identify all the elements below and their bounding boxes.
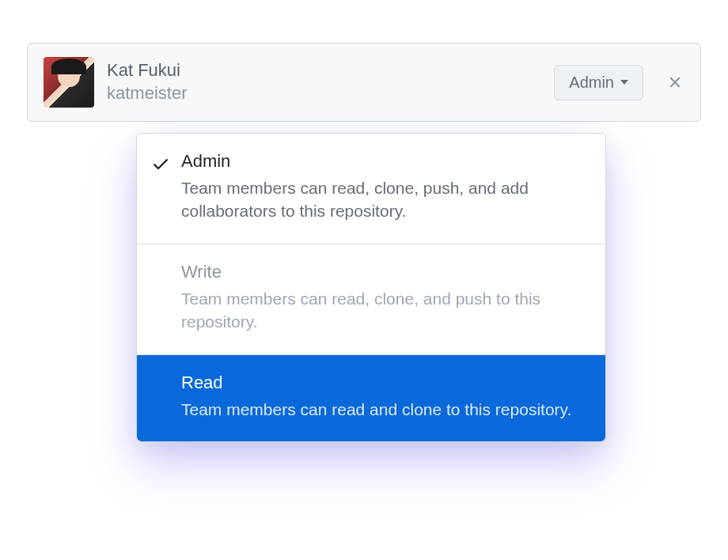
- check-icon: [151, 154, 170, 173]
- dropdown-option-read[interactable]: Read Team members can read and clone to …: [137, 354, 605, 441]
- user-display-name: Kat Fukui: [107, 59, 554, 82]
- user-username: katmeister: [107, 82, 554, 105]
- avatar[interactable]: [44, 57, 94, 108]
- dropdown-option-title: Read: [181, 373, 585, 393]
- dropdown-option-description: Team members can read and clone to this …: [181, 398, 585, 421]
- user-row: Kat Fukui katmeister Admin: [27, 43, 701, 122]
- user-info: Kat Fukui katmeister: [107, 59, 554, 104]
- dropdown-option-description: Team members can read, clone, and push t…: [181, 287, 585, 334]
- dropdown-option-description: Team members can read, clone, push, and …: [181, 176, 585, 223]
- close-icon: [666, 74, 684, 91]
- chevron-down-icon: [620, 80, 628, 85]
- dropdown-option-write[interactable]: Write Team members can read, clone, and …: [137, 244, 605, 354]
- role-select-button[interactable]: Admin: [554, 65, 643, 100]
- remove-user-button[interactable]: [665, 73, 684, 92]
- dropdown-option-title: Admin: [181, 151, 585, 172]
- dropdown-option-admin[interactable]: Admin Team members can read, clone, push…: [137, 134, 605, 244]
- dropdown-option-title: Write: [181, 262, 585, 282]
- role-select-label: Admin: [569, 74, 614, 92]
- role-dropdown: Admin Team members can read, clone, push…: [136, 133, 606, 442]
